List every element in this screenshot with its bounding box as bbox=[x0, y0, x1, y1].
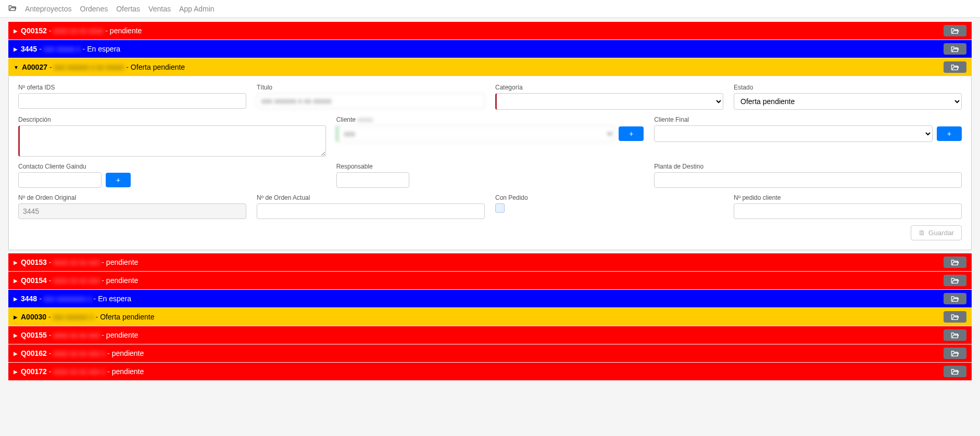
select-estado[interactable]: Oferta pendiente bbox=[734, 93, 962, 110]
input-contacto[interactable] bbox=[18, 172, 102, 188]
row-status: pendiente bbox=[112, 367, 144, 376]
list-row[interactable]: ▶ 3448 - xxx xxxxxxxx x - En espera bbox=[8, 290, 972, 307]
list-row[interactable]: ▶ Q00152 - xxxx xx xx xxxx - pendiente bbox=[8, 22, 972, 40]
list-row[interactable]: ▶ Q00162 - xxxx xx xx xxx x - pendiente bbox=[8, 344, 972, 362]
input-responsable[interactable] bbox=[336, 172, 409, 188]
row-hidden-text: xxxx xx xx xxxx bbox=[54, 27, 104, 35]
nav-app-admin[interactable]: App Admin bbox=[179, 5, 215, 13]
row-sep: - bbox=[39, 294, 42, 303]
row-status: pendiente bbox=[106, 258, 139, 266]
input-norden-act[interactable] bbox=[257, 203, 485, 219]
list-row[interactable]: ▶ A00030 - xxx xxxxxx x - Oferta pendien… bbox=[8, 308, 972, 326]
input-planta[interactable] bbox=[654, 172, 962, 188]
row-sep: - bbox=[96, 313, 98, 321]
row-hidden-text: xxxx xx xx xxx x bbox=[54, 367, 106, 376]
row-sep: - bbox=[102, 276, 104, 285]
input-npedido[interactable] bbox=[734, 203, 962, 219]
input-noferta[interactable] bbox=[18, 93, 246, 109]
label-responsable: Responsable bbox=[336, 163, 644, 170]
list-row[interactable]: ▶ 3445 - xxx xxxxx x - En espera bbox=[8, 40, 972, 58]
save-button[interactable]: 🗎 Guardar bbox=[911, 225, 962, 240]
main-container: ▶ Q00152 - xxxx xx xx xxxx - pendiente ▶… bbox=[0, 18, 980, 385]
list-row[interactable]: ▶ Q00154 - xxxx xx xx xxx - pendiente bbox=[8, 272, 972, 289]
row-sep: - bbox=[49, 331, 52, 339]
open-folder-button[interactable] bbox=[944, 366, 966, 377]
nav-ordenes[interactable]: Ordenes bbox=[80, 5, 108, 13]
row-sep: - bbox=[107, 367, 110, 376]
list-row[interactable]: ▶ Q00172 - xxxx xx xx xxx x - pendiente bbox=[8, 363, 972, 380]
checkbox-con-pedido[interactable] bbox=[495, 203, 505, 213]
caret-icon: ▶ bbox=[14, 28, 18, 34]
open-folder-button[interactable] bbox=[944, 257, 966, 268]
list-row[interactable]: ▶ Q00155 - xxxx xx xx xxx - pendiente bbox=[8, 326, 972, 344]
open-folder-button[interactable] bbox=[944, 311, 966, 323]
save-label: Guardar bbox=[928, 229, 954, 237]
row-sep: - bbox=[49, 63, 52, 71]
nav-ventas[interactable]: Ventas bbox=[148, 5, 171, 13]
folder-open-icon[interactable] bbox=[8, 4, 17, 13]
row-code: 3448 bbox=[21, 294, 37, 303]
nav-ofertas[interactable]: Ofertas bbox=[116, 5, 140, 13]
open-folder-button[interactable] bbox=[944, 293, 966, 304]
open-folder-button[interactable] bbox=[944, 43, 966, 55]
row-sep: - bbox=[102, 331, 104, 339]
row-sep: - bbox=[94, 294, 96, 303]
row-hidden-text: xxxx xx xx xxx bbox=[54, 331, 100, 339]
row-hidden-text: xxxx xx xx xxx bbox=[54, 276, 100, 285]
label-con-pedido: Con Pedido bbox=[495, 194, 723, 201]
row-code: Q00153 bbox=[21, 258, 47, 266]
open-folder-button[interactable] bbox=[944, 275, 966, 286]
row-sep: - bbox=[107, 349, 110, 357]
plus-icon: + bbox=[116, 176, 120, 184]
select-cliente-final[interactable] bbox=[654, 125, 932, 142]
row-sep: - bbox=[126, 63, 129, 71]
caret-icon: ▶ bbox=[14, 314, 18, 320]
row-code: Q00155 bbox=[21, 331, 47, 339]
row-sep: - bbox=[49, 276, 52, 285]
label-norden-act: Nº de Orden Actual bbox=[257, 194, 485, 201]
label-npedido: Nº pedido cliente bbox=[734, 194, 962, 201]
plus-icon: + bbox=[629, 130, 633, 138]
label-categoria: Categoría bbox=[495, 84, 723, 91]
nav-anteproyectos[interactable]: Anteproyectos bbox=[25, 5, 72, 13]
row-sep: - bbox=[49, 258, 52, 266]
input-norden-orig bbox=[18, 203, 246, 219]
list-row[interactable]: ▼ A00027 - xxx xxxxxx x xx xxxxx - Ofert… bbox=[8, 58, 972, 76]
row-status: Oferta pendiente bbox=[100, 313, 154, 321]
open-folder-button[interactable] bbox=[944, 61, 966, 73]
list-row[interactable]: ▶ Q00153 - xxxx xx xx xxx - pendiente bbox=[8, 253, 972, 271]
row-hidden-text: xxx xxxxxx x bbox=[53, 313, 94, 321]
caret-icon: ▶ bbox=[14, 332, 18, 338]
row-status: pendiente bbox=[112, 349, 144, 357]
add-cliente-final-button[interactable]: + bbox=[937, 126, 962, 141]
row-code: Q00152 bbox=[21, 27, 47, 35]
detail-panel: Nº oferta IDS Título Categoría Estado Of… bbox=[8, 76, 972, 250]
select-categoria[interactable] bbox=[495, 93, 723, 110]
add-contacto-button[interactable]: + bbox=[106, 173, 131, 187]
row-sep: - bbox=[39, 45, 42, 53]
caret-icon: ▶ bbox=[14, 369, 18, 375]
row-sep: - bbox=[83, 45, 85, 53]
row-code: Q00172 bbox=[21, 367, 47, 376]
row-code: A00027 bbox=[22, 63, 47, 71]
caret-icon: ▶ bbox=[14, 351, 18, 356]
select-cliente[interactable]: xxx bbox=[336, 125, 614, 142]
row-hidden-text: xxx xxxxxxxx x bbox=[44, 294, 92, 303]
row-status: pendiente bbox=[110, 27, 142, 35]
add-cliente-button[interactable]: + bbox=[619, 126, 644, 141]
input-titulo[interactable] bbox=[257, 93, 485, 109]
open-folder-button[interactable] bbox=[944, 348, 966, 359]
navbar: Anteproyectos Ordenes Ofertas Ventas App… bbox=[0, 0, 980, 18]
row-sep: - bbox=[49, 27, 52, 35]
plus-icon: + bbox=[947, 130, 951, 138]
row-sep: - bbox=[48, 313, 51, 321]
open-folder-button[interactable] bbox=[944, 25, 966, 36]
label-descripcion: Descripción bbox=[18, 116, 326, 123]
save-icon: 🗎 bbox=[919, 229, 925, 237]
label-titulo: Título bbox=[257, 84, 485, 91]
label-planta: Planta de Destino bbox=[654, 163, 962, 170]
row-status: pendiente bbox=[106, 276, 139, 285]
textarea-descripcion[interactable] bbox=[18, 125, 326, 157]
open-folder-button[interactable] bbox=[944, 329, 966, 341]
label-noferta: Nº oferta IDS bbox=[18, 84, 246, 91]
